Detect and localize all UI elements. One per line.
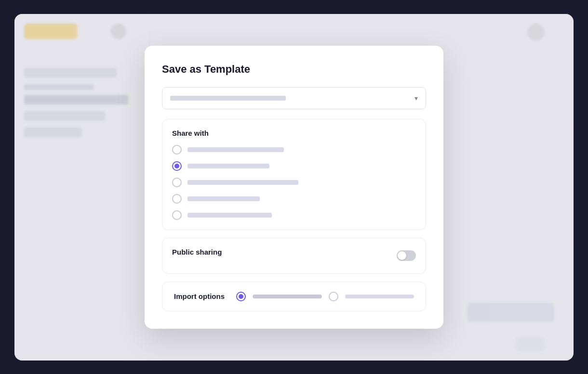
dropdown-placeholder-bar (170, 96, 286, 101)
share-radio-item-4[interactable] (172, 194, 416, 204)
public-sharing-toggle[interactable] (397, 250, 416, 261)
share-with-title: Share with (172, 129, 416, 137)
import-slider-bar-2[interactable] (345, 295, 414, 298)
radio-label-3 (187, 180, 298, 185)
radio-label-5 (187, 213, 272, 218)
import-radio-empty[interactable] (329, 292, 338, 301)
modal-overlay: Save as Template ▾ Share with (14, 14, 574, 361)
share-radio-item-1[interactable] (172, 145, 416, 155)
radio-label-4 (187, 196, 260, 201)
public-sharing-section: Public sharing (162, 238, 426, 274)
public-sharing-title: Public sharing (172, 248, 222, 256)
import-options-section: Import options (162, 282, 426, 311)
chevron-down-icon: ▾ (414, 94, 418, 102)
radio-label-1 (187, 147, 284, 152)
radio-button-3[interactable] (172, 178, 182, 187)
import-radio-selected[interactable] (236, 292, 246, 301)
share-with-section: Share with (162, 119, 426, 230)
save-template-modal: Save as Template ▾ Share with (145, 46, 443, 329)
share-radio-item-5[interactable] (172, 210, 416, 220)
app-window: Save as Template ▾ Share with (14, 14, 574, 361)
import-slider-bar-1[interactable] (253, 295, 322, 298)
radio-button-4[interactable] (172, 194, 182, 204)
import-options-title: Import options (174, 292, 225, 300)
radio-button-2[interactable] (172, 161, 182, 171)
share-radio-item-2[interactable] (172, 161, 416, 171)
radio-label-2 (187, 164, 269, 168)
radio-button-1[interactable] (172, 145, 182, 155)
share-radio-item-3[interactable] (172, 178, 416, 187)
template-dropdown[interactable]: ▾ (162, 87, 426, 109)
radio-button-5[interactable] (172, 210, 182, 220)
modal-title: Save as Template (162, 63, 426, 76)
public-sharing-row: Public sharing (172, 248, 416, 264)
